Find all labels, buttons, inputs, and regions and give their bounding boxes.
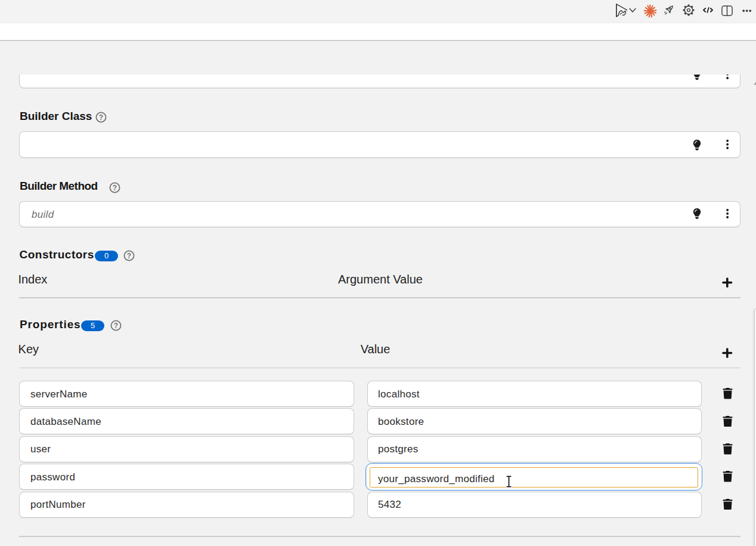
svg-text:?: ?	[127, 252, 131, 260]
svg-text:?: ?	[114, 322, 118, 330]
svg-text:?: ?	[112, 183, 116, 192]
svg-text:?: ?	[99, 113, 103, 122]
